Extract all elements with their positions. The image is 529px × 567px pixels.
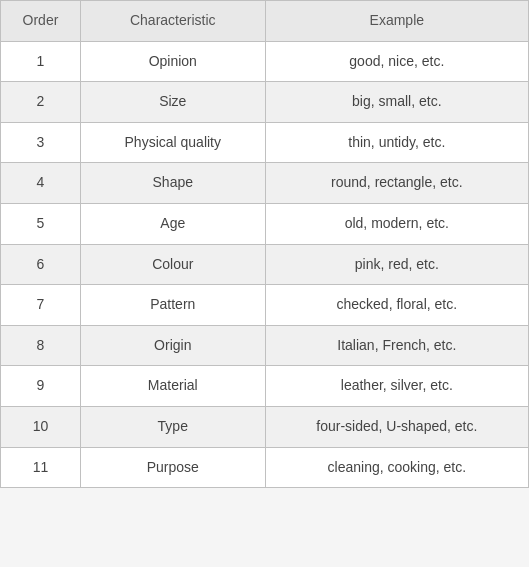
table-row: 7Patternchecked, floral, etc. xyxy=(1,285,529,326)
cell-order: 1 xyxy=(1,41,81,82)
cell-order: 10 xyxy=(1,406,81,447)
cell-example: good, nice, etc. xyxy=(265,41,528,82)
table-row: 8OriginItalian, French, etc. xyxy=(1,325,529,366)
cell-order: 6 xyxy=(1,244,81,285)
cell-order: 9 xyxy=(1,366,81,407)
cell-characteristic: Shape xyxy=(80,163,265,204)
cell-example: thin, untidy, etc. xyxy=(265,122,528,163)
cell-characteristic: Physical quality xyxy=(80,122,265,163)
header-example: Example xyxy=(265,1,528,42)
cell-example: round, rectangle, etc. xyxy=(265,163,528,204)
header-order: Order xyxy=(1,1,81,42)
cell-order: 2 xyxy=(1,82,81,123)
table-row: 9Materialleather, silver, etc. xyxy=(1,366,529,407)
cell-characteristic: Material xyxy=(80,366,265,407)
cell-example: four-sided, U-shaped, etc. xyxy=(265,406,528,447)
cell-characteristic: Age xyxy=(80,203,265,244)
cell-characteristic: Type xyxy=(80,406,265,447)
cell-characteristic: Pattern xyxy=(80,285,265,326)
table-row: 5Ageold, modern, etc. xyxy=(1,203,529,244)
cell-order: 4 xyxy=(1,163,81,204)
table-row: 1Opiniongood, nice, etc. xyxy=(1,41,529,82)
cell-order: 3 xyxy=(1,122,81,163)
cell-characteristic: Purpose xyxy=(80,447,265,488)
cell-example: old, modern, etc. xyxy=(265,203,528,244)
cell-characteristic: Opinion xyxy=(80,41,265,82)
cell-example: checked, floral, etc. xyxy=(265,285,528,326)
table-row: 10Typefour-sided, U-shaped, etc. xyxy=(1,406,529,447)
table-row: 4Shaperound, rectangle, etc. xyxy=(1,163,529,204)
cell-order: 11 xyxy=(1,447,81,488)
table-row: 3Physical qualitythin, untidy, etc. xyxy=(1,122,529,163)
cell-order: 7 xyxy=(1,285,81,326)
cell-characteristic: Origin xyxy=(80,325,265,366)
cell-example: big, small, etc. xyxy=(265,82,528,123)
table-row: 6Colourpink, red, etc. xyxy=(1,244,529,285)
table-row: 2Sizebig, small, etc. xyxy=(1,82,529,123)
table-row: 11Purposecleaning, cooking, etc. xyxy=(1,447,529,488)
header-characteristic: Characteristic xyxy=(80,1,265,42)
cell-example: pink, red, etc. xyxy=(265,244,528,285)
cell-example: cleaning, cooking, etc. xyxy=(265,447,528,488)
adjective-order-table: Order Characteristic Example 1Opiniongoo… xyxy=(0,0,529,488)
cell-characteristic: Size xyxy=(80,82,265,123)
cell-order: 5 xyxy=(1,203,81,244)
cell-example: Italian, French, etc. xyxy=(265,325,528,366)
cell-example: leather, silver, etc. xyxy=(265,366,528,407)
cell-order: 8 xyxy=(1,325,81,366)
cell-characteristic: Colour xyxy=(80,244,265,285)
